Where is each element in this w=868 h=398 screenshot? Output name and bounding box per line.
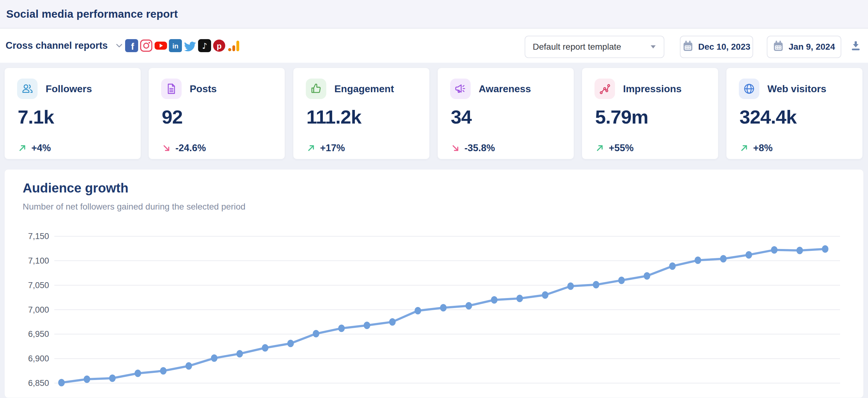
metric-change-value: +4%	[31, 143, 51, 154]
date-from-value: Dec 10, 2023	[698, 42, 750, 52]
instagram-icon[interactable]	[140, 39, 153, 52]
trend-down-icon	[162, 144, 171, 153]
analytics-icon[interactable]	[227, 39, 240, 52]
metric-value: 5.79m	[595, 106, 648, 128]
calendar-icon	[683, 40, 693, 53]
metric-change: +4%	[18, 143, 51, 154]
tiktok-icon[interactable]: ♪	[198, 39, 211, 52]
svg-text:p: p	[217, 41, 222, 51]
metric-label: Engagement	[334, 79, 394, 99]
report-template-select[interactable]: Default report template	[525, 36, 664, 58]
page-title: Social media performance report	[6, 8, 178, 20]
chart-title: Audience growth	[23, 181, 128, 195]
chevron-down-icon	[116, 43, 123, 48]
metric-value: 34	[451, 106, 471, 128]
reports-dropdown[interactable]: Cross channel reports	[6, 29, 123, 63]
metric-label: Awareness	[479, 79, 531, 99]
download-icon	[849, 39, 862, 53]
metric-card-posts: Posts92-24.6%	[148, 68, 285, 159]
date-to-field[interactable]: Jan 9, 2024	[767, 36, 841, 58]
reports-dropdown-label: Cross channel reports	[6, 40, 108, 51]
trend-up-icon	[595, 144, 604, 153]
report-page: Social media performance report Cross ch…	[0, 0, 868, 398]
youtube-icon[interactable]	[154, 39, 167, 52]
linkedin-icon[interactable]: in	[169, 39, 182, 52]
trend-down-icon	[451, 144, 460, 153]
metric-value: 324.4k	[740, 106, 797, 128]
trend-up-icon	[740, 144, 749, 153]
report-template-value: Default report template	[533, 42, 651, 52]
date-from-field[interactable]: Dec 10, 2023	[680, 36, 753, 58]
metric-change: +17%	[306, 143, 345, 154]
metric-change-value: +55%	[609, 143, 633, 154]
chart-subtitle: Number of net followers gained during th…	[23, 202, 246, 212]
metric-label: Web visitors	[767, 79, 827, 99]
metric-value: 111.2k	[306, 106, 361, 128]
thumbs-up-icon	[306, 79, 326, 99]
metric-value: 7.1k	[18, 106, 54, 128]
metric-card-impressions: Impressions5.79m+55%	[582, 68, 718, 159]
metric-change: +55%	[595, 143, 633, 154]
trend-up-icon	[306, 144, 316, 153]
select-caret-icon	[651, 45, 656, 49]
metric-label: Impressions	[623, 79, 682, 99]
users-icon	[17, 79, 37, 99]
trend-up-icon	[18, 144, 27, 153]
metric-card-followers: Followers7.1k+4%	[4, 68, 141, 159]
toolbar: Cross channel reports fin♪p Default repo…	[0, 29, 868, 63]
metric-card-awareness: Awareness34-35.8%	[437, 68, 574, 159]
metric-card-web-visitors: Web visitors324.4k+8%	[726, 68, 863, 159]
metric-change-value: +17%	[320, 143, 345, 154]
metric-change-value: -24.6%	[176, 143, 206, 154]
megaphone-icon	[450, 79, 471, 99]
globe-icon	[739, 79, 760, 99]
facebook-icon[interactable]: f	[125, 39, 138, 52]
network-icon	[594, 79, 615, 99]
pinterest-icon[interactable]: p	[213, 39, 226, 52]
calendar-icon	[773, 40, 783, 53]
metric-card-engagement: Engagement111.2k+17%	[293, 68, 430, 159]
metric-change-value: -35.8%	[464, 143, 495, 154]
metric-label: Followers	[45, 79, 92, 99]
audience-growth-card: Audience growth Number of net followers …	[4, 169, 864, 398]
metric-label: Posts	[190, 79, 217, 99]
metric-change: -35.8%	[451, 143, 495, 154]
svg-text:♪: ♪	[202, 41, 207, 51]
svg-text:f: f	[131, 41, 134, 52]
metric-change-value: +8%	[753, 143, 773, 154]
document-icon	[161, 79, 182, 99]
download-report-button[interactable]	[848, 38, 863, 54]
channel-icons: fin♪p	[125, 29, 240, 63]
svg-text:in: in	[172, 42, 179, 50]
metric-change: +8%	[740, 143, 773, 154]
date-to-value: Jan 9, 2024	[788, 42, 835, 52]
twitter-icon[interactable]	[183, 39, 196, 52]
page-header: Social media performance report	[0, 0, 868, 29]
metric-value: 92	[162, 106, 183, 128]
metric-change: -24.6%	[162, 143, 206, 154]
